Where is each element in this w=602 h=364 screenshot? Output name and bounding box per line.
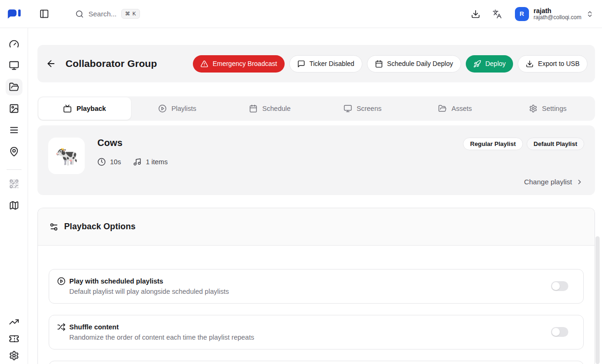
sidebar-item-map[interactable] [6, 197, 22, 214]
playlist-duration-label: 10s [110, 158, 121, 166]
emergency-broadcast-label: Emergency Broadcast [213, 60, 277, 67]
option-row-shuffle: Shuffle content Randomize the order of c… [49, 315, 584, 349]
map-pin-icon [9, 146, 19, 157]
tab-settings[interactable]: Settings [501, 97, 594, 120]
tab-schedule[interactable]: Schedule [224, 97, 316, 120]
playlist-title: Cows [97, 138, 168, 148]
option-subtitle: Randomize the order of content each time… [57, 334, 254, 341]
user-name: rajath [534, 7, 581, 15]
badge-default-playlist: Default Playlist [527, 138, 584, 150]
translate-icon [492, 9, 502, 19]
schedule-daily-deploy-button[interactable]: Schedule Daily Deploy [367, 55, 461, 73]
option-row-combine: Combine playlists [49, 361, 584, 364]
avatar: R [515, 7, 529, 21]
tv-icon [63, 104, 72, 113]
folder-open-icon [9, 82, 19, 92]
page-title: Collaborator Group [66, 58, 157, 69]
user-menu[interactable]: R rajath rajath@colloqi.com [515, 7, 594, 21]
sidebar-item-groups[interactable] [6, 79, 22, 95]
back-button[interactable] [43, 56, 59, 72]
playlist-duration: 10s [97, 158, 121, 166]
tab-screens-label: Screens [357, 105, 382, 112]
page-scrollbar[interactable] [595, 236, 600, 364]
deploy-button[interactable]: Deploy [466, 55, 514, 73]
main-content: Collaborator Group Emergency Broadcast T… [28, 28, 602, 364]
sidebar-item-licenses[interactable] [6, 330, 22, 347]
image-icon [9, 103, 19, 114]
sidebar-divider [7, 169, 22, 170]
tab-assets[interactable]: Assets [409, 97, 501, 120]
menu-icon [9, 125, 19, 135]
clock-icon [97, 158, 106, 166]
ticket-icon [9, 334, 19, 344]
playback-options-panel: Playback Options Play with scheduled pla… [37, 208, 595, 364]
gear-icon [529, 104, 537, 113]
gear-icon [9, 350, 19, 361]
tab-playback[interactable]: Playback [38, 97, 131, 120]
topbar: Search... ⌘ K R rajath rajath@colloqi.co… [0, 0, 602, 28]
ticker-disabled-button[interactable]: Ticker Disabled [289, 55, 362, 73]
pisignage-logo-icon [7, 9, 21, 19]
calendar-icon [249, 104, 257, 113]
sidebar-item-locations[interactable] [6, 143, 22, 160]
page-header: Collaborator Group Emergency Broadcast T… [37, 45, 595, 82]
play-circle-icon [57, 277, 66, 285]
option-row-scheduled: Play with scheduled playlists Default pl… [49, 269, 584, 304]
shuffle-icon [57, 323, 66, 331]
sidebar-item-playlists[interactable] [6, 122, 22, 138]
tab-assets-label: Assets [451, 105, 472, 112]
search-placeholder: Search... [88, 10, 117, 18]
badge-regular-playlist: Regular Playlist [463, 138, 523, 150]
chevrons-up-down-icon [586, 10, 594, 18]
tab-playlists[interactable]: Playlists [131, 97, 224, 120]
play-circle-icon [158, 104, 167, 113]
search-icon [75, 10, 84, 18]
music-note-icon [133, 158, 141, 166]
search-input[interactable]: Search... ⌘ K [75, 9, 140, 19]
sidebar-toggle-button[interactable] [37, 6, 52, 22]
sidebar-item-screens[interactable] [6, 57, 22, 74]
sidebar-item-qr-codes[interactable] [6, 175, 22, 192]
export-to-usb-label: Export to USB [538, 60, 580, 67]
toggle-play-with-scheduled[interactable] [551, 281, 568, 291]
default-playlist-card: 🐄 Cows 10s 1 items [37, 125, 595, 195]
sidebar-item-dashboard[interactable] [6, 36, 22, 52]
panel-left-icon [39, 9, 49, 19]
ticker-disabled-label: Ticker Disabled [309, 60, 354, 67]
language-button[interactable] [490, 7, 505, 22]
export-to-usb-button[interactable]: Export to USB [518, 55, 587, 73]
option-subtitle: Default playlist will play alongside sch… [57, 288, 229, 295]
usb-export-icon [526, 60, 534, 68]
toggle-shuffle-content[interactable] [551, 327, 568, 337]
tab-playlists-label: Playlists [171, 105, 196, 112]
monitor-icon [344, 104, 352, 113]
calendar-icon [375, 60, 383, 68]
tab-schedule-label: Schedule [262, 105, 290, 112]
tab-playback-label: Playback [76, 105, 106, 112]
message-square-icon [297, 60, 305, 68]
deploy-label: Deploy [485, 60, 506, 67]
group-tabs: Playback Playlists Schedule Screens Asse… [37, 96, 595, 121]
qr-code-icon [9, 179, 19, 189]
change-playlist-label: Change playlist [524, 178, 572, 186]
download-button[interactable] [468, 7, 483, 22]
change-playlist-button[interactable]: Change playlist [523, 175, 584, 189]
emergency-broadcast-button[interactable]: Emergency Broadcast [193, 55, 285, 73]
rocket-icon [473, 60, 481, 68]
tab-settings-label: Settings [542, 105, 566, 112]
alert-triangle-icon [200, 60, 208, 68]
sidebar-item-settings[interactable] [6, 347, 22, 364]
sidebar-item-assets[interactable] [6, 100, 22, 117]
option-title: Shuffle content [69, 323, 119, 331]
playlist-item-count-label: 1 items [146, 158, 168, 166]
user-email: rajath@colloqi.com [534, 15, 581, 21]
sidebar-item-analytics[interactable] [6, 313, 22, 330]
download-icon [471, 9, 480, 19]
playlist-item-count: 1 items [133, 158, 168, 166]
schedule-daily-deploy-label: Schedule Daily Deploy [387, 60, 453, 67]
app-logo [0, 0, 28, 28]
tab-screens[interactable]: Screens [316, 97, 409, 120]
sidebar [0, 28, 28, 364]
arrow-left-icon [46, 58, 56, 69]
folder-open-icon [438, 104, 447, 113]
